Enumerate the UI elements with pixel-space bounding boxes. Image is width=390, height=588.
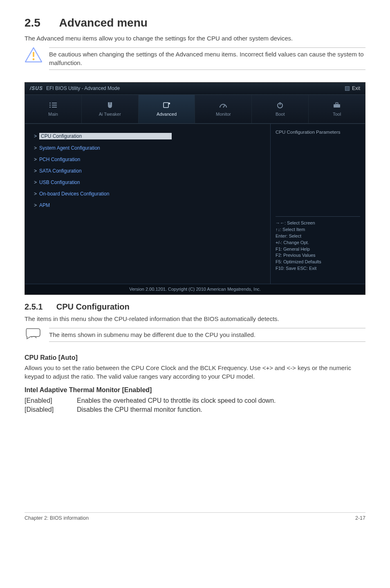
hint-line: F2: Previous Values [276,252,360,259]
bios-help-panel: CPU Configuration Parameters →←: Select … [270,124,365,284]
tab-boot[interactable]: Boot [252,95,309,123]
bios-tab-bar: Main Ai Tweaker i Advanced Monitor [25,95,365,123]
bios-window: /SUS EFI BIOS Utility - Advanced Mode Ex… [25,82,365,295]
gauge-icon [219,101,228,109]
menu-sata-configuration[interactable]: > SATA Configuration [34,166,266,178]
subsection-intro: The items in this menu show the CPU-rela… [25,315,365,323]
iatm-options: [Enabled] Enables the overheated CPU to … [25,396,365,414]
menu-pch-configuration[interactable]: > PCH Configuration [34,155,266,166]
subsection-number: 2.5.1 [25,302,43,311]
svg-line-13 [223,105,225,108]
tab-label: Advanced [157,112,177,117]
svg-rect-16 [334,104,340,108]
hint-line: ↑↓: Select Item [276,227,360,233]
tab-label: Monitor [216,112,231,117]
menu-label: APM [39,202,50,208]
svg-text:i: i [168,103,169,105]
help-caption: CPU Configuration Parameters [276,130,360,135]
asus-logo: /SUS [30,85,43,91]
section-title: Advanced menu [59,16,148,29]
mouse-icon [105,101,114,109]
tab-ai-tweaker[interactable]: Ai Tweaker [82,95,139,123]
bios-title-bar: /SUS EFI BIOS Utility - Advanced Mode Ex… [25,83,365,95]
chevron-right-icon: > [34,168,37,174]
menu-apm[interactable]: > APM [34,201,266,212]
tab-label: Tool [333,112,341,117]
section-heading: 2.5 Advanced menu [25,16,365,29]
hint-line: F1: General Help [276,246,360,253]
section-intro: The Advanced menu items allow you to cha… [25,34,365,43]
option-key: [Enabled] [25,397,65,404]
subsection-heading: 2.5.1 CPU Configuration [25,302,365,312]
chevron-right-icon: > [34,191,37,197]
note-callout: The items shown in submenu may be differ… [25,327,365,347]
note-text: The items shown in submenu may be differ… [49,331,365,339]
warning-text: Be cautious when changing the settings o… [49,50,365,67]
tab-tool[interactable]: Tool [309,95,365,123]
menu-label: On-board Devices Configuration [39,191,109,197]
bios-footer: Version 2.00.1201. Copyright (C) 2010 Am… [25,284,365,294]
menu-system-agent-configuration[interactable]: > System Agent Configuration [34,144,266,155]
menu-label: PCH Configuration [39,157,80,162]
tab-label: Ai Tweaker [99,112,121,117]
key-hints: →←: Select Screen ↑↓: Select Item Enter:… [276,220,360,272]
chevron-right-icon: > [34,145,37,151]
tab-advanced[interactable]: i Advanced [139,95,195,123]
warning-callout: Be cautious when changing the settings o… [25,47,365,75]
svg-rect-10 [164,103,168,108]
hint-line: +/-: Change Opt. [276,240,360,246]
option-value: Enables the overheated CPU to throttle i… [77,397,276,404]
chevron-right-icon: > [34,202,37,208]
chip-icon: i [162,101,171,109]
exit-label: Exit [352,85,360,91]
exit-icon [345,86,350,91]
tab-label: Boot [276,112,285,117]
hint-line: Enter: Select [276,233,360,240]
hint-line: →←: Select Screen [276,220,360,227]
menu-cpu-configuration[interactable]: > CPU Configuration [34,131,266,144]
cpu-ratio-heading: CPU Ratio [Auto] [25,354,365,361]
svg-rect-1 [33,52,34,57]
menu-onboard-devices-configuration[interactable]: > On-board Devices Configuration [34,189,266,201]
list-icon [49,101,58,109]
tab-monitor[interactable]: Monitor [195,95,252,123]
menu-label: System Agent Configuration [39,145,100,151]
footer-left: Chapter 2: BIOS information [25,515,89,521]
cpu-ratio-body: Allows you to set the ratio between the … [25,364,365,381]
chevron-right-icon: > [34,133,37,139]
option-value: Disables the CPU thermal monitor functio… [77,406,202,413]
menu-label: CPU Configuration [39,133,172,139]
tab-main[interactable]: Main [25,95,82,123]
note-icon [25,327,43,342]
menu-label: SATA Configuration [39,168,82,174]
svg-point-2 [33,58,35,61]
power-icon [276,101,285,109]
menu-label: USB Configuration [39,180,80,185]
warning-icon [25,47,43,65]
footer-right: 2-17 [355,515,365,521]
toolbox-icon [332,101,341,109]
bios-title-text: EFI BIOS Utility - Advanced Mode [46,85,120,91]
section-number: 2.5 [25,16,40,29]
bios-menu-panel: > CPU Configuration > System Agent Confi… [25,124,270,284]
iatm-heading: Intel Adaptive Thermal Monitor [Enabled] [25,386,365,394]
exit-button[interactable]: Exit [345,85,360,91]
page-footer: Chapter 2: BIOS information 2-17 [25,512,365,521]
menu-usb-configuration[interactable]: > USB Configuration [34,178,266,189]
chevron-right-icon: > [34,180,37,185]
hint-line: F10: Save ESC: Exit [276,265,360,272]
option-key: [Disabled] [25,406,65,413]
chevron-right-icon: > [34,157,37,162]
hint-line: F5: Optimized Defaults [276,259,360,265]
svg-rect-17 [336,103,338,104]
tab-label: Main [48,112,58,117]
subsection-title: CPU Configuration [56,302,130,311]
